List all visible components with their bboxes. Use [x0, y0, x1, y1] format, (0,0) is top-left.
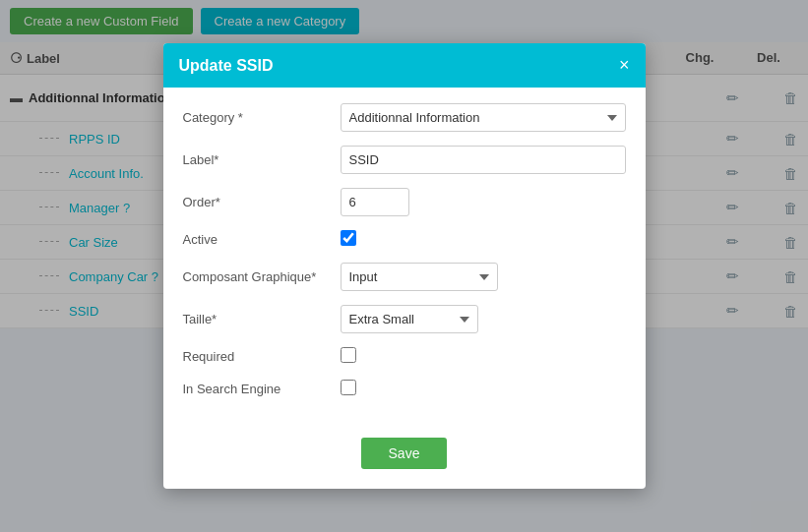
order-field-row: Order* — [183, 188, 626, 216]
composant-field-row: Composant Graphique* Input Select Checkb… — [183, 263, 626, 291]
active-checkbox[interactable] — [341, 230, 356, 246]
category-field-control: Additionnal Information — [341, 103, 626, 132]
search-field-label: In Search Engine — [183, 382, 341, 396]
search-checkbox[interactable] — [341, 380, 356, 395]
taille-field-row: Taille* Extra Small Small Medium Large — [183, 305, 626, 333]
label-field-row: Label* — [183, 146, 626, 174]
category-field-label: Category * — [183, 110, 341, 125]
composant-field-label: Composant Graphique* — [183, 269, 341, 284]
required-field-control — [341, 347, 626, 366]
order-input[interactable] — [341, 188, 409, 216]
order-field-label: Order* — [183, 195, 341, 209]
search-field-row: In Search Engine — [183, 380, 626, 398]
update-ssid-modal: Update SSID × Category * Additionnal Inf… — [163, 43, 646, 489]
required-field-row: Required — [183, 347, 626, 366]
active-field-label: Active — [183, 232, 341, 247]
required-checkbox[interactable] — [341, 347, 356, 363]
category-select[interactable]: Additionnal Information — [341, 103, 626, 132]
modal-body: Category * Additionnal Information Label… — [163, 88, 646, 428]
modal-header: Update SSID × — [163, 43, 646, 88]
search-field-control — [341, 380, 626, 398]
save-button[interactable]: Save — [361, 438, 448, 469]
active-field-row: Active — [183, 230, 626, 249]
order-field-control — [341, 188, 626, 216]
composant-select[interactable]: Input Select Checkbox Textarea — [341, 263, 498, 291]
composant-field-control: Input Select Checkbox Textarea — [341, 263, 626, 291]
modal-footer: Save — [163, 428, 646, 489]
modal-overlay: Update SSID × Category * Additionnal Inf… — [0, 0, 808, 532]
label-field-control — [341, 146, 626, 174]
taille-field-label: Taille* — [183, 312, 341, 326]
modal-title: Update SSID — [179, 57, 274, 75]
modal-close-button[interactable]: × — [619, 55, 630, 76]
required-field-label: Required — [183, 349, 341, 364]
category-field-row: Category * Additionnal Information — [183, 103, 626, 132]
active-field-control — [341, 230, 626, 249]
taille-select[interactable]: Extra Small Small Medium Large — [341, 305, 478, 333]
label-field-label: Label* — [183, 152, 341, 167]
taille-field-control: Extra Small Small Medium Large — [341, 305, 626, 333]
label-input[interactable] — [341, 146, 626, 174]
